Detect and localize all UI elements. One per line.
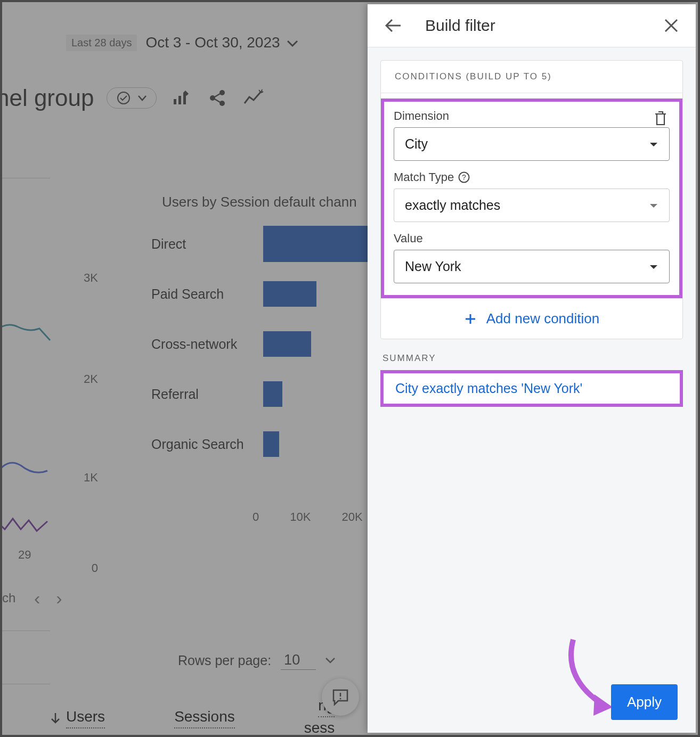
y-tick: 1K [71,471,98,485]
caret-down-icon [325,657,335,664]
caret-down-icon [649,141,658,148]
value-label: Value [394,232,670,245]
close-icon [664,18,679,33]
label-partial: ch [2,591,15,605]
x-tick: 10K [290,510,311,524]
date-range[interactable]: Oct 3 - Oct 30, 2023 [145,34,298,51]
report-title-row: annel group [0,85,265,111]
feedback-icon [331,687,350,707]
svg-point-0 [118,92,129,104]
svg-point-4 [210,95,215,101]
bar [263,281,316,307]
rows-per-page-label: Rows per page: [178,653,271,668]
delete-condition-button[interactable] [654,110,670,126]
add-condition-label: Add new condition [486,310,599,327]
matchtype-select[interactable]: exactly matches [394,189,670,222]
next-chevron-icon[interactable]: › [56,588,62,609]
check-circle-icon [117,91,131,105]
svg-rect-1 [174,99,176,104]
build-filter-panel: Build filter CONDITIONS (BUILD UP TO 5) … [368,4,696,733]
help-icon[interactable]: ? [458,171,470,183]
bar-label: Cross-network [151,337,258,352]
bar [263,331,311,357]
svg-text:?: ? [462,173,466,182]
svg-point-6 [219,101,225,106]
x-tick-29: 29 [18,548,31,562]
dimension-label: Dimension [394,109,449,123]
tab-users[interactable]: Users [50,697,105,737]
x-tick: 0 [253,510,259,524]
matchtype-label: Match Type ? [394,170,670,184]
share-icon[interactable] [206,86,229,110]
bar [263,226,380,262]
arrow-down-icon [50,712,61,725]
bar-label: Direct [151,236,258,252]
condition-block: Dimension City Match Type ? exactly matc… [381,99,682,298]
svg-line-8 [215,99,220,102]
insights-icon[interactable] [242,86,265,110]
y-tick: 0 [71,561,98,575]
svg-rect-2 [178,96,181,104]
back-button[interactable] [382,15,404,36]
bar-label: Referral [151,387,258,402]
add-condition-button[interactable]: Add new condition [381,298,682,339]
caret-down-icon [138,95,146,101]
conditions-card: CONDITIONS (BUILD UP TO 5) Dimension Cit… [380,60,683,339]
plus-icon [464,313,477,325]
value-select[interactable]: New York [394,250,670,283]
rows-per-page: Rows per page: 10 [178,651,335,670]
caret-down-icon [649,202,658,209]
report-title: annel group [0,85,94,111]
rows-per-page-select[interactable]: 10 [281,651,316,670]
panel-title: Build filter [425,17,495,35]
close-button[interactable] [661,15,682,36]
bar [263,381,282,407]
tab-label: Users [66,708,105,728]
customize-report-icon[interactable] [169,86,193,110]
trash-icon [654,110,668,126]
summary-header: SUMMARY [380,339,683,370]
bar [263,431,279,457]
caret-down-icon [287,40,298,47]
feedback-button[interactable] [322,678,359,716]
y-tick: 3K [71,271,98,285]
bar-label: Organic Search [151,437,258,452]
apply-button[interactable]: Apply [611,684,678,720]
bar-chart: Users by Session default chann 3K 2K 1K … [2,204,375,503]
svg-point-10 [340,698,341,700]
tab-label: Sessions [174,708,235,728]
date-chip[interactable]: Last 28 days [66,35,137,51]
y-tick: 2K [71,372,98,386]
arrow-left-icon [385,18,402,33]
svg-line-7 [215,94,220,97]
svg-point-5 [219,90,225,95]
pagination-arrows[interactable]: ‹ › [34,588,62,609]
chart-title: Users by Session default chann [162,194,357,210]
dimension-value: City [405,136,428,152]
prev-chevron-icon[interactable]: ‹ [34,588,40,609]
tab-label: sess [304,719,335,737]
x-tick: 20K [341,510,362,524]
summary-text: City exactly matches 'New York' [380,370,683,407]
tab-sessions[interactable]: Sessions [174,697,235,737]
line-chart-partial [0,319,55,559]
caret-down-icon [649,264,658,270]
matchtype-value: exactly matches [405,198,500,213]
status-pill[interactable] [107,87,157,109]
conditions-header: CONDITIONS (BUILD UP TO 5) [381,61,682,93]
value-value: New York [405,259,461,274]
bar-label: Paid Search [151,286,258,302]
dimension-select[interactable]: City [394,127,670,161]
date-range-row: Last 28 days Oct 3 - Oct 30, 2023 [66,34,298,51]
